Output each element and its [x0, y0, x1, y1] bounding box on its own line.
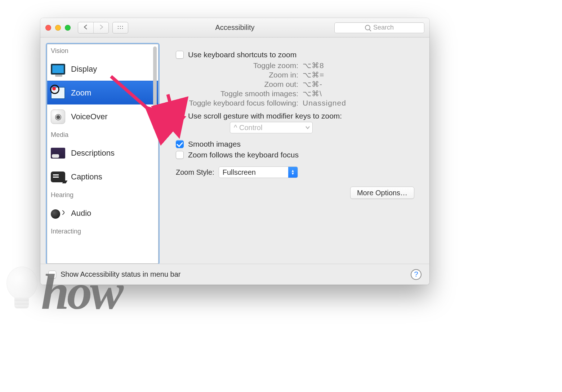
- lightbulb-icon: [4, 267, 40, 317]
- chevron-right-icon: [99, 24, 103, 30]
- sidebar-item-label: Zoom: [71, 88, 91, 98]
- sidebar-item-display[interactable]: Display: [47, 57, 158, 81]
- shortcut-toggle-focus-label: Toggle keyboard focus following:: [176, 99, 298, 107]
- sidebar-item-label: Display: [71, 64, 97, 74]
- zoom-settings-panel: Use keyboard shortcuts to zoom Toggle zo…: [165, 44, 423, 264]
- shortcut-toggle-focus-value: Unassigned: [303, 99, 346, 107]
- minimize-window-button[interactable]: [55, 25, 61, 31]
- chevron-left-icon: [84, 24, 88, 30]
- label-keyboard-shortcuts: Use keyboard shortcuts to zoom: [188, 50, 296, 59]
- help-icon: ?: [414, 270, 418, 279]
- titlebar: Accessibility Search: [40, 18, 429, 37]
- zoom-style-value: Fullscreen: [219, 168, 288, 177]
- window-controls: [45, 25, 71, 31]
- forward-button[interactable]: [93, 22, 108, 33]
- modifier-key-select[interactable]: ^ Control: [230, 122, 313, 133]
- modifier-key-value: ^ Control: [234, 124, 262, 132]
- shortcut-toggle-smooth-label: Toggle smooth images:: [176, 89, 298, 98]
- shortcut-toggle-zoom-label: Toggle zoom:: [176, 61, 298, 70]
- grid-icon: [117, 25, 124, 30]
- sidebar-scrollbar[interactable]: [153, 46, 157, 129]
- checkbox-zoom-follows-focus[interactable]: [176, 151, 184, 159]
- checkbox-keyboard-shortcuts[interactable]: [176, 51, 184, 59]
- shortcut-toggle-smooth-value: ⌥⌘\: [303, 89, 322, 98]
- label-smooth-images: Smooth images: [188, 140, 241, 148]
- audio-icon: [50, 206, 66, 220]
- search-input[interactable]: Search: [334, 22, 424, 33]
- label-scroll-gesture: Use scroll gesture with modifier keys to…: [188, 112, 342, 120]
- sidebar-section-vision: Vision: [47, 44, 158, 57]
- back-button[interactable]: [78, 22, 93, 33]
- sidebar-section-media: Media: [47, 128, 158, 141]
- shortcut-zoom-in-value: ⌥⌘=: [303, 71, 324, 79]
- voiceover-icon: ◉: [50, 110, 66, 124]
- category-sidebar: Vision Display Zoom ◉ VoiceOver Media: [47, 44, 159, 264]
- watermark: how: [4, 267, 121, 317]
- shortcut-zoom-out-value: ⌥⌘-: [303, 80, 322, 89]
- sidebar-item-label: VoiceOver: [71, 112, 108, 121]
- sidebar-item-voiceover[interactable]: ◉ VoiceOver: [47, 104, 158, 128]
- updown-arrows-icon: ▲▼: [288, 167, 298, 178]
- sidebar-item-label: Captions: [71, 172, 102, 182]
- preferences-window: Accessibility Search Vision Display: [40, 18, 429, 285]
- zoom-style-select[interactable]: Fullscreen ▲▼: [219, 166, 298, 178]
- zoom-style-label: Zoom Style:: [176, 168, 214, 177]
- search-placeholder: Search: [373, 24, 394, 31]
- display-icon: [50, 62, 66, 76]
- captions-icon: [50, 170, 66, 184]
- sidebar-section-hearing: Hearing: [47, 188, 158, 201]
- chevron-down-icon: [305, 126, 310, 129]
- shortcut-list: Toggle zoom: ⌥⌘8 Zoom in: ⌥⌘= Zoom out: …: [176, 61, 416, 107]
- sidebar-item-audio[interactable]: Audio: [47, 201, 158, 225]
- sidebar-item-label: Audio: [71, 209, 91, 218]
- label-zoom-follows-focus: Zoom follows the keyboard focus: [188, 151, 299, 159]
- show-all-segment: [112, 22, 128, 34]
- sidebar-item-descriptions[interactable]: Descriptions: [47, 141, 158, 165]
- help-button[interactable]: ?: [411, 269, 422, 280]
- zoom-icon: [50, 86, 66, 100]
- shortcut-zoom-out-label: Zoom out:: [176, 80, 298, 89]
- sidebar-item-zoom[interactable]: Zoom: [47, 81, 158, 104]
- shortcut-zoom-in-label: Zoom in:: [176, 71, 298, 79]
- watermark-text: how: [41, 267, 121, 317]
- checkbox-scroll-gesture[interactable]: [176, 112, 184, 120]
- sidebar-item-label: Descriptions: [71, 148, 115, 158]
- search-icon: [365, 25, 370, 30]
- close-window-button[interactable]: [45, 25, 51, 31]
- window-body: Vision Display Zoom ◉ VoiceOver Media: [40, 37, 429, 264]
- nav-segment: [78, 22, 109, 34]
- sidebar-item-captions[interactable]: Captions: [47, 165, 158, 188]
- checkbox-smooth-images[interactable]: [176, 140, 184, 148]
- show-all-button[interactable]: [113, 22, 128, 33]
- more-options-button[interactable]: More Options…: [350, 187, 414, 199]
- maximize-window-button[interactable]: [65, 25, 71, 31]
- descriptions-icon: [50, 146, 66, 160]
- sidebar-section-interacting: Interacting: [47, 225, 158, 237]
- shortcut-toggle-zoom-value: ⌥⌘8: [303, 61, 324, 70]
